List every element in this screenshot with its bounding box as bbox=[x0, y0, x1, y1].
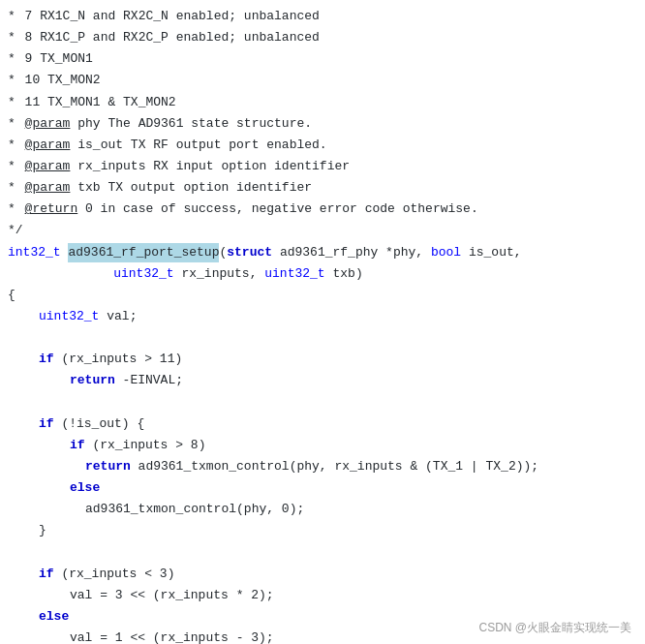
if-keyword: if bbox=[39, 350, 54, 369]
code-line-15: uint32_t val; bbox=[0, 306, 645, 327]
line-star: * bbox=[8, 49, 15, 69]
code-line-2: * 8 RX1C_P and RX2C_P enabled; unbalance… bbox=[0, 27, 645, 48]
if-keyword: if bbox=[39, 565, 54, 584]
line-text: rx_inputs RX input option identifier bbox=[70, 157, 350, 176]
line-text: 11 TX_MON1 & TX_MON2 bbox=[17, 93, 176, 112]
line-text bbox=[8, 543, 15, 563]
else-keyword: else bbox=[39, 607, 69, 627]
bool-keyword: bool bbox=[431, 243, 461, 262]
code-line-13: uint32_t rx_inputs, uint32_t txb) bbox=[0, 263, 645, 285]
line-star: * bbox=[8, 114, 23, 134]
code-line-17: if (rx_inputs > 11) bbox=[0, 349, 645, 370]
line-text: val = 3 << (rx_inputs * 2); bbox=[70, 586, 274, 605]
line-text: ad9361_txmon_control(phy, 0); bbox=[85, 500, 304, 519]
line-text: { bbox=[8, 286, 15, 305]
code-line-25: } bbox=[0, 520, 645, 541]
code-line-18: return -EINVAL; bbox=[0, 370, 645, 391]
code-line-12: int32_t ad9361_rf_port_setup(struct ad93… bbox=[0, 242, 645, 263]
line-star: * bbox=[8, 93, 15, 112]
line-star: * bbox=[8, 199, 23, 219]
return-keyword: return bbox=[85, 457, 131, 476]
line-star: * bbox=[8, 178, 23, 198]
line-text: is_out, bbox=[461, 243, 521, 262]
type-keyword: uint32_t bbox=[113, 264, 173, 284]
code-line-28: val = 3 << (rx_inputs * 2); bbox=[0, 585, 645, 606]
param-keyword: @param bbox=[25, 136, 71, 155]
function-name-highlight: ad9361_rf_port_setup bbox=[68, 243, 219, 262]
line-text: 7 RX1C_N and RX2C_N enabled; unbalanced bbox=[17, 7, 320, 26]
code-line-5: * 11 TX_MON1 & TX_MON2 bbox=[0, 92, 645, 113]
code-line-27: if (rx_inputs < 3) bbox=[0, 564, 645, 585]
type-keyword: uint32_t bbox=[39, 307, 99, 326]
line-text: ad9361_txmon_control(phy, rx_inputs & (T… bbox=[131, 457, 538, 476]
code-line-21: if (rx_inputs > 8) bbox=[0, 435, 645, 456]
line-text bbox=[8, 264, 113, 284]
else-keyword: else bbox=[70, 478, 100, 498]
line-text bbox=[61, 243, 69, 262]
line-text: } bbox=[39, 521, 46, 540]
param-keyword: @param bbox=[25, 114, 71, 134]
code-line-22: return ad9361_txmon_control(phy, rx_inpu… bbox=[0, 456, 645, 477]
line-text: 0 in case of success, negative error cod… bbox=[77, 199, 477, 219]
line-text: (!is_out) { bbox=[54, 414, 145, 434]
line-text: */ bbox=[8, 221, 23, 240]
line-text: rx_inputs, bbox=[174, 264, 265, 284]
line-star: * bbox=[8, 71, 15, 90]
line-text: (rx_inputs > 8) bbox=[85, 436, 206, 455]
line-text bbox=[8, 328, 15, 348]
line-text: val = 1 << (rx_inputs - 3); bbox=[70, 629, 274, 644]
line-text: txb TX output option identifier bbox=[70, 178, 312, 198]
code-line-19 bbox=[0, 392, 645, 414]
line-text: is_out TX RF output port enabled. bbox=[70, 136, 326, 155]
code-line-6: * @param phy The AD9361 state structure. bbox=[0, 113, 645, 135]
param-keyword: @return bbox=[25, 199, 78, 219]
code-line-4: * 10 TX_MON2 bbox=[0, 70, 645, 91]
line-star: * bbox=[8, 28, 15, 47]
code-line-11: */ bbox=[0, 220, 645, 241]
if-keyword: if bbox=[39, 414, 54, 434]
line-text: ( bbox=[219, 243, 227, 262]
code-line-16 bbox=[0, 327, 645, 349]
code-line-1: * 7 RX1C_N and RX2C_N enabled; unbalance… bbox=[0, 6, 645, 27]
line-text: ad9361_rf_phy *phy, bbox=[272, 243, 431, 262]
line-text bbox=[8, 393, 15, 413]
line-text: phy The AD9361 state structure. bbox=[70, 114, 312, 134]
line-text: 8 RX1C_P and RX2C_P enabled; unbalanced bbox=[17, 28, 320, 47]
type-keyword: uint32_t bbox=[264, 264, 324, 284]
line-text: txb) bbox=[325, 264, 363, 284]
code-line-24: ad9361_txmon_control(phy, 0); bbox=[0, 499, 645, 520]
code-line-23: else bbox=[0, 477, 645, 499]
param-keyword: @param bbox=[25, 157, 71, 176]
struct-keyword: struct bbox=[227, 243, 272, 262]
code-container: * 7 RX1C_N and RX2C_N enabled; unbalance… bbox=[0, 0, 645, 644]
code-line-8: * @param rx_inputs RX input option ident… bbox=[0, 156, 645, 177]
line-star: * bbox=[8, 136, 23, 155]
line-star: * bbox=[8, 7, 15, 26]
line-text: 10 TX_MON2 bbox=[17, 71, 101, 90]
watermark: CSDN @火眼金睛实现统一美 bbox=[478, 620, 631, 636]
line-text: (rx_inputs > 11) bbox=[54, 350, 183, 369]
return-keyword: return bbox=[70, 371, 115, 390]
if-keyword: if bbox=[70, 436, 85, 455]
code-line-26 bbox=[0, 542, 645, 564]
line-text: (rx_inputs < 3) bbox=[54, 565, 175, 584]
code-line-14: { bbox=[0, 285, 645, 306]
line-text: -EINVAL; bbox=[115, 371, 183, 390]
type-keyword: int32_t bbox=[8, 243, 61, 262]
code-line-3: * 9 TX_MON1 bbox=[0, 48, 645, 70]
line-star: * bbox=[8, 157, 23, 176]
code-line-9: * @param txb TX output option identifier bbox=[0, 177, 645, 199]
line-text: val; bbox=[99, 307, 137, 326]
line-text: 9 TX_MON1 bbox=[17, 49, 93, 69]
param-keyword: @param bbox=[25, 178, 71, 198]
code-line-20: if (!is_out) { bbox=[0, 414, 645, 435]
code-line-7: * @param is_out TX RF output port enable… bbox=[0, 135, 645, 156]
code-line-10: * @return 0 in case of success, negative… bbox=[0, 199, 645, 220]
